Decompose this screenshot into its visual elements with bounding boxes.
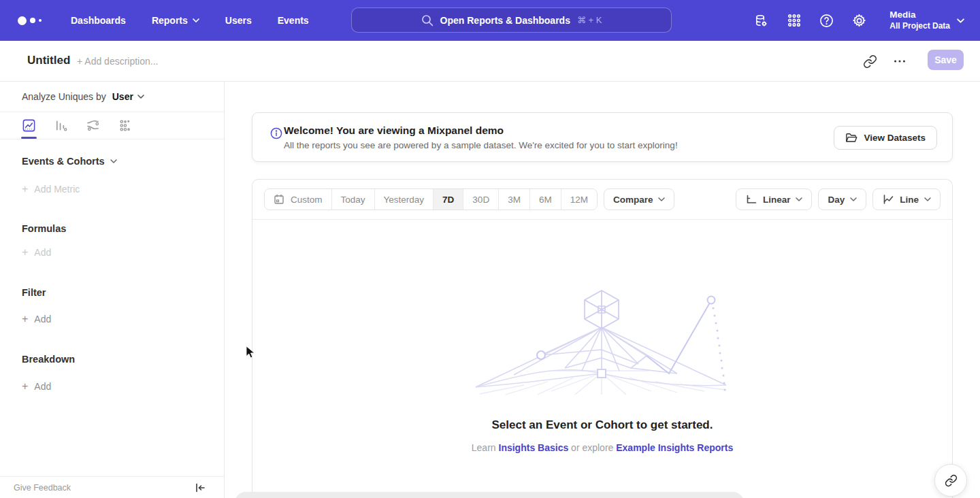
chevron-down-icon <box>658 197 665 201</box>
explore-middle: or explore <box>571 442 613 453</box>
chevron-down-icon <box>924 197 931 201</box>
sidebar-footer: Give Feedback <box>0 476 224 498</box>
sidebar-sections: Events & Cohorts Add Metric Formulas Add… <box>0 156 224 393</box>
report-title[interactable]: Untitled <box>27 54 70 67</box>
collapse-sidebar-icon[interactable] <box>195 482 206 493</box>
tab-line-chart-icon[interactable] <box>22 118 36 133</box>
section-title: Breakdown <box>22 354 75 365</box>
chevron-down-icon <box>110 159 117 163</box>
section-title: Events & Cohorts <box>22 156 105 167</box>
date-range-label: Yesterday <box>384 195 425 205</box>
project-name: Media <box>889 10 950 21</box>
analyze-by-dropdown[interactable]: User <box>112 91 144 102</box>
insights-card: Custom Today Yesterday 7D 30D 3M 6M 12M … <box>252 179 953 498</box>
report-header: Untitled + Add description... Save <box>0 41 980 82</box>
section-events-cohorts[interactable]: Events & Cohorts <box>22 156 202 167</box>
chart-type-dropdown[interactable]: Line <box>872 188 941 210</box>
nav-item-reports[interactable]: Reports <box>152 15 199 26</box>
global-search[interactable]: Open Reports & Dashboards ⌘ + K <box>351 7 672 33</box>
chevron-down-icon <box>957 18 964 22</box>
date-range-today[interactable]: Today <box>332 189 375 210</box>
nav-item-label: Dashboards <box>71 15 126 26</box>
add-formula-button[interactable]: Add <box>22 246 202 259</box>
date-range-label: 7D <box>442 195 454 205</box>
logo-dot-icon <box>30 18 35 23</box>
project-selector[interactable]: Media All Project Data <box>889 10 964 31</box>
banner-subtitle: All the reports you see are powered by a… <box>284 140 678 150</box>
settings-gear-icon[interactable] <box>851 13 867 29</box>
apps-grid-icon[interactable] <box>786 13 802 29</box>
calendar-icon <box>274 194 284 205</box>
add-metric-label: Add Metric <box>34 184 80 195</box>
date-range-label: 3M <box>508 195 521 205</box>
insights-basics-link[interactable]: Insights Basics <box>499 442 569 453</box>
axis-scale-icon <box>745 194 757 205</box>
tab-flows-icon[interactable] <box>86 118 100 133</box>
add-description-field[interactable]: + Add description... <box>77 56 158 67</box>
empty-state-links: Learn Insights Basics or explore Example… <box>252 442 952 453</box>
data-management-icon[interactable] <box>753 13 769 29</box>
tab-bar-chart-icon[interactable] <box>54 118 68 133</box>
save-button[interactable]: Save <box>928 50 964 70</box>
add-formula-label: Add <box>34 247 51 258</box>
example-reports-link[interactable]: Example Insights Reports <box>616 442 733 453</box>
search-shortcut: ⌘ + K <box>577 15 602 25</box>
nav-item-users[interactable]: Users <box>225 15 252 26</box>
scale-dropdown[interactable]: Linear <box>736 188 813 210</box>
empty-state: Select an Event or Cohort to get started… <box>252 220 952 498</box>
date-range-label: 6M <box>539 195 552 205</box>
add-filter-button[interactable]: Add <box>22 313 202 325</box>
logo-dot-icon <box>18 16 27 25</box>
plus-icon <box>22 313 28 325</box>
copy-link-icon[interactable] <box>863 52 878 71</box>
section-formulas: Formulas <box>22 223 202 234</box>
interval-dropdown[interactable]: Day <box>818 188 866 210</box>
nav-right: Media All Project Data <box>753 0 980 41</box>
date-range-label: Today <box>341 195 365 205</box>
compare-dropdown[interactable]: Compare <box>604 188 675 210</box>
add-filter-label: Add <box>34 314 51 325</box>
date-range-label: Custom <box>291 195 323 205</box>
nav-items: Dashboards Reports Users Events <box>71 15 309 26</box>
chart-type-label: Line <box>900 195 919 205</box>
more-options-icon[interactable] <box>892 52 908 71</box>
date-range-group: Custom Today Yesterday 7D 30D 3M 6M 12M <box>264 188 598 210</box>
active-tab-indicator <box>21 137 37 139</box>
view-datasets-button[interactable]: View Datasets <box>834 126 937 150</box>
banner-title: Welcome! You are viewing a Mixpanel demo <box>284 124 504 137</box>
add-breakdown-label: Add <box>34 381 51 392</box>
section-title: Filter <box>22 287 46 298</box>
add-metric-button[interactable]: Add Metric <box>22 183 202 195</box>
tab-scatter-icon[interactable] <box>118 118 132 133</box>
date-range-yesterday[interactable]: Yesterday <box>375 189 434 210</box>
plus-icon <box>22 246 28 259</box>
visualization-tabs <box>0 112 224 139</box>
nav-item-dashboards[interactable]: Dashboards <box>71 15 126 26</box>
plus-icon <box>22 380 28 393</box>
section-title: Formulas <box>22 223 66 234</box>
interval-label: Day <box>828 195 845 205</box>
logo-dot-icon <box>39 19 42 22</box>
nav-item-label: Users <box>225 15 252 26</box>
date-range-6m[interactable]: 6M <box>530 189 561 210</box>
give-feedback-link[interactable]: Give Feedback <box>14 483 71 493</box>
floating-link-button[interactable] <box>934 464 967 497</box>
date-range-label: 30D <box>472 195 489 205</box>
section-breakdown: Breakdown <box>22 354 202 365</box>
date-range-30d[interactable]: 30D <box>463 189 499 210</box>
date-range-custom[interactable]: Custom <box>265 189 332 210</box>
bottom-panel-edge <box>235 492 744 498</box>
chevron-down-icon <box>193 18 199 22</box>
help-icon[interactable] <box>819 13 834 29</box>
nav-item-events[interactable]: Events <box>278 15 309 26</box>
empty-state-heading: Select an Event or Cohort to get started… <box>252 418 952 432</box>
analyze-label: Analyze Uniques by <box>22 91 106 102</box>
mixpanel-logo[interactable] <box>18 16 48 25</box>
chevron-down-icon <box>850 197 857 201</box>
search-icon <box>421 14 434 27</box>
date-range-3m[interactable]: 3M <box>499 189 530 210</box>
date-range-12m[interactable]: 12M <box>561 189 597 210</box>
date-range-7d[interactable]: 7D <box>434 189 463 210</box>
add-breakdown-button[interactable]: Add <box>22 380 202 393</box>
query-sidebar: Analyze Uniques by User <box>0 82 225 498</box>
